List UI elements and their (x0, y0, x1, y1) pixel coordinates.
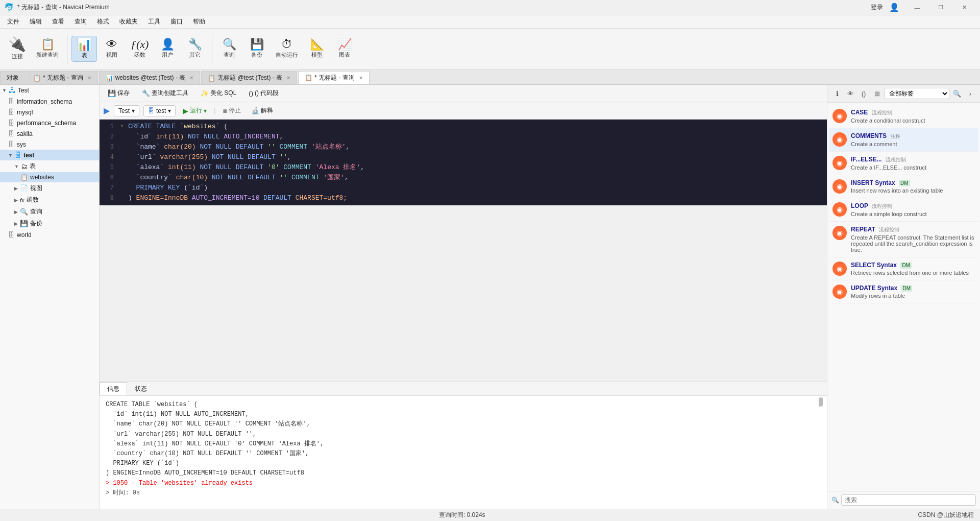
snippet-select[interactable]: ◉ SELECT Syntax DM Retrieve rows selecte… (829, 257, 978, 280)
sidebar-item-backup[interactable]: ▶ 💾 备份 (0, 218, 99, 229)
snippet-ifelse[interactable]: ◉ IF...ELSE... 流程控制 Create a IF...ELSE..… (829, 152, 978, 175)
snippet-case[interactable]: ◉ CASE 流程控制 Create a conditional constru… (829, 105, 978, 128)
code-segment-button[interactable]: () () 代码段 (244, 87, 283, 99)
menu-item-查看[interactable]: 查看 (47, 16, 69, 27)
sidebar-item-test[interactable]: ▼ 🗄 test (0, 150, 99, 160)
tab-status[interactable]: 状态 (127, 382, 155, 395)
snippet-repeat-name-text: REPEAT (851, 226, 875, 233)
tab-query1-close[interactable]: ✕ (87, 75, 91, 81)
snippet-loop[interactable]: ◉ LOOP 流程控制 Create a simple loop constru… (829, 198, 978, 222)
save-button[interactable]: 💾 保存 (104, 87, 134, 99)
toolbar-model[interactable]: 📐 模型 (304, 37, 330, 61)
explain-button[interactable]: 🔬 解释 (248, 105, 276, 116)
snippet-update[interactable]: ◉ UPDATE Syntax DM Modify rows in a tabl… (829, 280, 978, 303)
snippet-repeat-info: REPEAT 流程控制 Create A REPEAT construct. T… (851, 226, 975, 253)
db-selector-2[interactable]: 🗄 test ▾ (143, 105, 176, 116)
menu-item-工具[interactable]: 工具 (143, 16, 165, 27)
sidebar-item-sys[interactable]: 🗄 sys (0, 139, 99, 150)
sidebar-item-mysql[interactable]: 🗄 mysql (0, 107, 99, 117)
toolbar-user[interactable]: 👤 用户 (155, 37, 180, 61)
panel-parens-icon[interactable]: () (858, 88, 869, 99)
tab-websites-close[interactable]: ✕ (189, 75, 193, 81)
menu-item-格式[interactable]: 格式 (92, 16, 114, 27)
right-panel: ℹ 👁 () ⊞ 全部标签 🔍 › ◉ CASE 流程控制 (827, 85, 980, 509)
bottom-scrollbar[interactable] (819, 397, 823, 407)
tab-query1-label: * 无标题 - 查询 (43, 74, 83, 82)
sidebar-item-sakila[interactable]: 🗄 sakila (0, 128, 99, 139)
tab-untitled-query2[interactable]: 📋 * 无标题 - 查询 ✕ (298, 71, 370, 84)
snippet-insert-name: INSERT Syntax DM (851, 179, 975, 186)
maximize-button[interactable]: ☐ (929, 0, 952, 15)
toolbar-new-query[interactable]: 📋 新建查询 (32, 37, 63, 61)
new-query-icon: 📋 (41, 39, 55, 50)
tab-websites-icon: 📊 (106, 75, 113, 82)
snippet-select-desc: Retrieve rows selected from one or more … (851, 270, 975, 276)
menu-item-查询[interactable]: 查询 (69, 16, 92, 27)
sidebar-item-websites[interactable]: 📋 websites (0, 172, 99, 182)
snippet-loop-name-text: LOOP (851, 202, 868, 209)
stop-label: 停止 (229, 106, 241, 115)
toolbar-backup[interactable]: 💾 备份 (244, 37, 270, 61)
sidebar-item-world[interactable]: 🗄 world (0, 229, 99, 240)
toolbar-connect[interactable]: 🔌 连接 (4, 35, 30, 62)
tab-object[interactable]: 对象 (0, 71, 26, 84)
panel-search-icon[interactable]: 🔍 (951, 88, 963, 99)
menu-item-窗口[interactable]: 窗口 (165, 16, 188, 27)
beautify-button[interactable]: ✨ 美化 SQL (197, 87, 240, 99)
menu-item-文件[interactable]: 文件 (2, 16, 24, 27)
query-builder-button[interactable]: 🔧 查询创建工具 (138, 87, 192, 99)
minimize-button[interactable]: — (905, 0, 929, 15)
panel-eye-icon[interactable]: 👁 (845, 88, 856, 99)
panel-grid-icon[interactable]: ⊞ (871, 88, 883, 99)
toolbar-chart[interactable]: 📈 图表 (332, 37, 357, 61)
menu-item-收藏夹[interactable]: 收藏夹 (114, 16, 143, 27)
sidebar-label-backup: 备份 (30, 219, 42, 228)
tab-info[interactable]: 信息 (100, 382, 127, 395)
tab-object-label: 对象 (7, 74, 19, 82)
sidebar-item-tables[interactable]: ▼ 🗂 表 (0, 160, 99, 172)
tab-query2-close[interactable]: ✕ (359, 75, 363, 81)
sidebar-item-perf[interactable]: 🗄 performance_schema (0, 117, 99, 128)
tab-websites-table[interactable]: 📊 websites @test (Test) - 表 ✕ (99, 71, 201, 84)
snippet-search-input[interactable] (841, 494, 976, 506)
toolbar-table[interactable]: 📊 表 (71, 36, 97, 62)
sidebar-item-queries[interactable]: ▶ 🔍 查询 (0, 206, 99, 218)
snippet-insert[interactable]: ◉ INSERT Syntax DM Insert new rows into … (829, 175, 978, 198)
sql-editor[interactable]: 1 ▼ CREATE TABLE `websites` ( 2 `id` int… (100, 120, 827, 205)
tags-selector[interactable]: 全部标签 (885, 88, 949, 99)
stop-button[interactable]: ■ 停止 (219, 105, 243, 116)
login-button[interactable]: 登录 (871, 3, 883, 12)
close-button[interactable]: ✕ (952, 0, 976, 15)
db-selector-1[interactable]: Test ▾ (114, 105, 139, 116)
tab-untitled-query1[interactable]: 📋 * 无标题 - 查询 ✕ (27, 71, 98, 84)
panel-chevron-icon[interactable]: › (965, 88, 976, 99)
arrow-icon: ▼ (2, 88, 7, 93)
sidebar-item-functions[interactable]: ▶ fx 函数 (0, 194, 99, 206)
sidebar-item-test-db[interactable]: ▼ 🖧 Test (0, 85, 99, 96)
sidebar-item-views[interactable]: ▶ 📄 视图 (0, 182, 99, 194)
db-icon-test: 🗄 (15, 151, 21, 159)
menu-item-帮助[interactable]: 帮助 (188, 16, 210, 27)
snippet-insert-desc: Insert new rows into an existing table (851, 187, 975, 194)
snippet-comments[interactable]: ◉ COMMENTS 注释 Create a comment (829, 128, 978, 152)
toolbar-query[interactable]: 🔍 查询 (216, 37, 242, 61)
autorun-icon: ⏱ (281, 39, 292, 50)
toolbar-function[interactable]: ƒ(x) 函数 (127, 37, 153, 61)
panel-info-icon[interactable]: ℹ (831, 88, 843, 99)
tab-table-close[interactable]: ✕ (286, 75, 290, 81)
sidebar-item-info-schema[interactable]: 🗄 information_schema (0, 96, 99, 107)
view-icon: 👁 (106, 39, 117, 50)
run-button[interactable]: ▶ 运行 ▾ (180, 105, 210, 116)
snippet-repeat[interactable]: ◉ REPEAT 流程控制 Create A REPEAT construct.… (829, 222, 978, 257)
toolbar-other[interactable]: 🔧 其它 (182, 37, 208, 61)
toolbar-autorun[interactable]: ⏱ 自动运行 (272, 37, 302, 61)
stop-icon: ■ (223, 107, 227, 115)
sidebar-label-tables: 表 (30, 162, 36, 171)
tab-untitled-table[interactable]: 📋 无标题 @test (Test) - 表 ✕ (201, 71, 297, 84)
menu-item-编辑[interactable]: 编辑 (24, 16, 47, 27)
search-icon: 🔍 (831, 496, 839, 504)
query-builder-icon: 🔧 (142, 89, 150, 97)
db-icon-world: 🗄 (8, 231, 15, 239)
code-editor[interactable]: 1 ▼ CREATE TABLE `websites` ( 2 `id` int… (100, 120, 827, 381)
toolbar-view[interactable]: 👁 视图 (99, 37, 125, 61)
